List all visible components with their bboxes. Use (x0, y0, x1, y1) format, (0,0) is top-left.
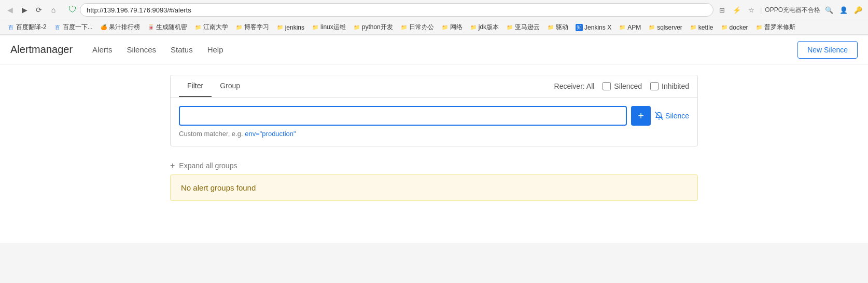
inhibited-label: Inhibited (662, 82, 689, 90)
bookmark-label: sqlserver (657, 24, 682, 31)
folder-icon: 📁 (619, 24, 626, 31)
folder-icon: 📁 (235, 24, 243, 31)
bookmark-label: python开发 (362, 23, 393, 32)
inhibited-checkbox-group[interactable]: Inhibited (650, 82, 689, 90)
filter-input-row: + Silence (179, 106, 689, 126)
bookmark-yamaxun[interactable]: 📁 亚马逊云 (503, 22, 543, 33)
bookmark-sqlserver[interactable]: 📁 sqlserver (645, 23, 685, 32)
new-silence-button[interactable]: New Silence (797, 41, 858, 59)
expand-groups-row[interactable]: + Expand all groups (170, 157, 698, 174)
tab-filter[interactable]: Filter (179, 75, 212, 97)
inhibited-checkbox[interactable] (650, 82, 659, 90)
reload-button[interactable]: ⟳ (33, 4, 45, 16)
silence-link[interactable]: Silence (655, 112, 689, 120)
filter-controls: Receiver: All Silenced Inhibited (554, 82, 689, 90)
key-icon[interactable]: 🔑 (852, 4, 864, 16)
bookmark-label: kettle (698, 24, 713, 31)
bookmark-label: 网络 (450, 23, 463, 32)
home-button[interactable]: ⌂ (48, 4, 59, 16)
search-icon[interactable]: 🔍 (823, 4, 835, 16)
bell-slash-icon (655, 112, 663, 120)
filter-input[interactable] (179, 106, 627, 126)
nav-status[interactable]: Status (163, 41, 200, 58)
toolbar-right: ⊞ ⚡ ☆ | OPPO充电器不合格 🔍 👤 🔑 (717, 4, 864, 16)
filter-hint: Custom matcher, e.g. env="production" (179, 130, 689, 138)
bookmark-label: Jenkins X (584, 24, 611, 31)
lightning-icon[interactable]: ⚡ (731, 4, 743, 16)
folder-icon: 📁 (353, 24, 360, 31)
bookmark-label: 百度翻译-2 (16, 23, 47, 32)
bookmark-jdk[interactable]: 📁 jdk版本 (467, 22, 502, 33)
bookmark-label: 驱动 (556, 23, 568, 32)
filter-tabs: Filter Group (179, 75, 248, 97)
folder-icon: 📁 (470, 24, 477, 31)
nav-silences[interactable]: Silences (119, 41, 163, 58)
bookmark-label: jenkins (285, 24, 304, 31)
bookmark-boke[interactable]: 📁 博客学习 (232, 22, 272, 33)
folder-icon: 📁 (690, 24, 697, 31)
folder-icon: 📁 (721, 24, 728, 31)
hint-text: Custom matcher, e.g. (179, 130, 245, 138)
bookmark-icon: 🍊 (100, 24, 107, 31)
silenced-label: Silenced (614, 82, 642, 90)
bookmark-label: docker (730, 24, 748, 31)
expand-groups-label: Expand all groups (179, 161, 237, 170)
bookmark-kettle[interactable]: 📁 kettle (687, 23, 717, 32)
bookmark-jiangnan[interactable]: 📁 江南大学 (191, 22, 231, 33)
alertmanager-navbar: Alertmanager Alerts Silences Status Help… (0, 35, 868, 64)
bookmark-label: APM (627, 24, 641, 31)
star-icon[interactable]: ☆ (746, 4, 757, 16)
silence-link-label: Silence (665, 112, 689, 120)
bookmark-docker[interactable]: 📁 docker (718, 23, 751, 32)
bookmark-baidufy2[interactable]: 百 百度翻译-2 (4, 22, 50, 33)
hint-example-link[interactable]: env="production" (245, 130, 296, 138)
folder-icon: 📁 (755, 24, 763, 31)
bookmark-label: 博客学习 (244, 23, 269, 32)
svg-line-0 (655, 112, 663, 120)
folder-icon: 📁 (194, 24, 202, 31)
filter-header: Filter Group Receiver: All Silenced Inhi… (171, 75, 697, 98)
main-container: Filter Group Receiver: All Silenced Inhi… (162, 64, 706, 211)
silenced-checkbox[interactable] (603, 82, 611, 90)
folder-icon: 📁 (400, 24, 408, 31)
folder-icon: 📁 (547, 24, 554, 31)
profile-icon[interactable]: 👤 (838, 4, 849, 16)
bookmark-apm[interactable]: 📁 APM (615, 23, 644, 32)
bookmark-icon: 百 (7, 24, 15, 31)
bookmark-guozhi[interactable]: 🍊 果汁排行榜 (97, 22, 143, 33)
folder-icon: 📁 (506, 24, 513, 31)
filter-body: + Silence Custom matcher, e.g. env="prod… (171, 98, 697, 146)
bookmark-puluomi[interactable]: 📁 普罗米修斯 (752, 22, 799, 33)
bookmark-icon: 🀄 (147, 24, 155, 31)
address-bar[interactable] (80, 3, 713, 17)
bookmark-suiji[interactable]: 🀄 生成随机密 (144, 22, 190, 33)
bookmark-icon: 知 (576, 24, 583, 31)
bookmark-richangban[interactable]: 📁 日常办公 (397, 22, 437, 33)
bookmark-jenkins[interactable]: 📁 jenkins (273, 23, 307, 32)
folder-icon: 📁 (312, 24, 319, 31)
browser-chrome: ◀ ▶ ⟳ ⌂ 🛡 ⊞ ⚡ ☆ | OPPO充电器不合格 🔍 👤 🔑 百 百度翻… (0, 0, 868, 35)
bookmark-linux[interactable]: 📁 linux运维 (309, 22, 349, 33)
bookmark-label: 日常办公 (409, 23, 434, 32)
bookmark-label: 亚马逊云 (515, 23, 540, 32)
bookmark-label: 百度一下... (63, 23, 93, 32)
silenced-checkbox-group[interactable]: Silenced (603, 82, 642, 90)
bookmark-qudong[interactable]: 📁 驱动 (544, 22, 571, 33)
folder-icon: 📁 (648, 24, 655, 31)
bookmark-wangluo[interactable]: 📁 网络 (438, 22, 466, 33)
bookmark-jenkinsx[interactable]: 知 Jenkins X (572, 23, 614, 32)
shield-icon: 🛡 (68, 5, 77, 15)
oppo-text: OPPO充电器不合格 (765, 6, 820, 15)
forward-button[interactable]: ▶ (19, 4, 30, 16)
back-button[interactable]: ◀ (4, 4, 16, 16)
filter-panel: Filter Group Receiver: All Silenced Inhi… (170, 75, 698, 146)
nav-alerts[interactable]: Alerts (85, 41, 119, 58)
main-nav: Alerts Silences Status Help (85, 41, 230, 58)
add-filter-button[interactable]: + (631, 106, 651, 126)
bookmark-baiduyi[interactable]: 百 百度一下... (51, 22, 96, 33)
apps-icon[interactable]: ⊞ (717, 4, 728, 16)
tab-group[interactable]: Group (212, 75, 248, 97)
receiver-label: Receiver: All (554, 82, 595, 90)
bookmark-python[interactable]: 📁 python开发 (350, 22, 396, 33)
nav-help[interactable]: Help (200, 41, 231, 58)
